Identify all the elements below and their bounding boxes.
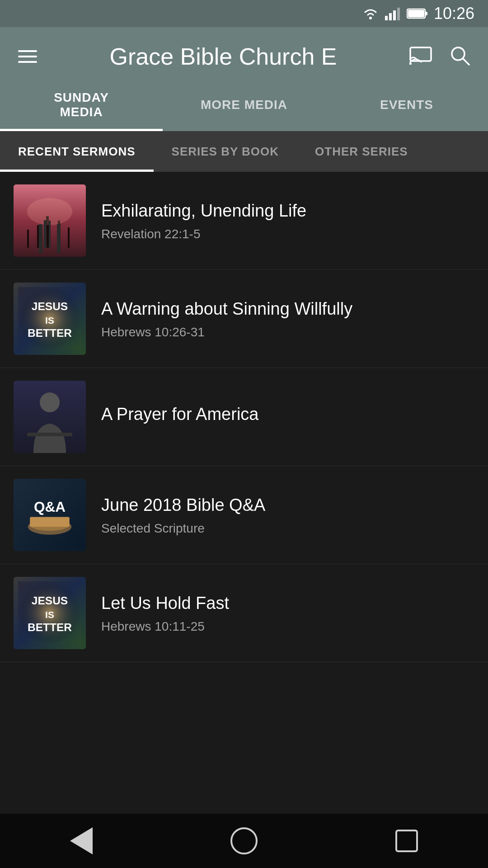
svg-rect-15 (58, 221, 60, 248)
search-icon (450, 46, 470, 66)
sermon-thumb-1 (14, 184, 86, 257)
tab-sunday-media[interactable]: SUNDAYMEDIA (0, 86, 163, 131)
svg-rect-30 (30, 517, 70, 527)
sermon-item-5[interactable]: JESUS IS BETTER Let Us Hold Fast Hebrews… (0, 564, 488, 662)
sermon-item-1[interactable]: Exhilarating, Unending Life Revelation 2… (0, 172, 488, 270)
svg-text:IS: IS (45, 609, 54, 620)
sermon-title-1: Exhilarating, Unending Life (101, 200, 474, 222)
svg-point-25 (40, 392, 60, 412)
svg-rect-4 (397, 8, 400, 20)
bottom-nav (0, 814, 488, 868)
subtab-other-series[interactable]: OTHER SERIES (297, 131, 426, 172)
status-icons: 10:26 (361, 4, 474, 23)
nav-back-button[interactable] (63, 823, 99, 859)
cast-button[interactable] (405, 42, 436, 71)
sermon-title-2: A Warning about Sinning Willfully (101, 298, 474, 320)
sermon-subtitle-2: Hebrews 10:26-31 (101, 325, 474, 340)
svg-point-0 (369, 17, 372, 19)
subtab-series-by-book[interactable]: SERIES BY BOOK (154, 131, 297, 172)
svg-rect-1 (385, 16, 388, 20)
svg-rect-12 (14, 184, 86, 257)
subtab-recent-sermons[interactable]: RECENT SERMONS (0, 131, 154, 172)
svg-text:BETTER: BETTER (28, 327, 72, 339)
svg-rect-2 (389, 13, 392, 20)
sermon-thumb-2: JESUS IS BETTER (14, 283, 86, 355)
sub-tabs: RECENT SERMONS SERIES BY BOOK OTHER SERI… (0, 131, 488, 172)
recent-apps-icon (395, 830, 418, 852)
tab-more-media[interactable]: MORE MEDIA (163, 86, 325, 131)
search-button[interactable] (446, 41, 474, 72)
sermon-thumb-4: Q&A (14, 479, 86, 551)
sermon-subtitle-5: Hebrews 10:11-25 (101, 619, 474, 634)
svg-rect-14 (37, 225, 39, 248)
sermon-subtitle-1: Revelation 22:1-5 (101, 227, 474, 241)
svg-point-18 (27, 198, 72, 225)
sermon-info-3: A Prayer for America (101, 403, 474, 430)
sermon-info-4: June 2018 Bible Q&A Selected Scripture (101, 494, 474, 535)
svg-line-11 (463, 58, 469, 65)
sermon-item-4[interactable]: Q&A June 2018 Bible Q&A Selected Scriptu… (0, 466, 488, 564)
svg-rect-3 (393, 10, 396, 20)
svg-text:BETTER: BETTER (28, 621, 72, 633)
sermon-item-3[interactable]: A Prayer for America (0, 368, 488, 466)
sermon-title-4: June 2018 Bible Q&A (101, 494, 474, 516)
svg-text:IS: IS (45, 315, 54, 326)
sermon-info-2: A Warning about Sinning Willfully Hebrew… (101, 298, 474, 339)
sermon-title-5: Let Us Hold Fast (101, 592, 474, 614)
svg-text:Q&A: Q&A (34, 499, 66, 515)
sermon-item-2[interactable]: JESUS IS BETTER A Warning about Sinning … (0, 270, 488, 368)
tab-events[interactable]: EVENTS (325, 86, 488, 131)
svg-rect-27 (18, 483, 81, 547)
signal-icon (385, 7, 401, 20)
svg-rect-26 (27, 433, 72, 436)
sermon-list: Exhilarating, Unending Life Revelation 2… (0, 172, 488, 662)
app-bar: Grace Bible Church E (0, 27, 488, 86)
svg-point-9 (409, 62, 412, 65)
svg-text:JESUS: JESUS (32, 594, 68, 607)
menu-button[interactable] (14, 46, 42, 67)
home-icon (230, 827, 258, 854)
battery-icon (407, 7, 428, 20)
status-bar: 10:26 (0, 0, 488, 27)
sermon-info-5: Let Us Hold Fast Hebrews 10:11-25 (101, 592, 474, 633)
sermon-thumb-3 (14, 381, 86, 453)
sermon-thumb-5: JESUS IS BETTER (14, 577, 86, 649)
svg-rect-16 (27, 230, 29, 248)
nav-recent-button[interactable] (389, 823, 425, 859)
sermon-subtitle-4: Selected Scripture (101, 521, 474, 536)
sermon-title-3: A Prayer for America (101, 403, 474, 425)
svg-rect-17 (68, 227, 70, 248)
sermon-info-1: Exhilarating, Unending Life Revelation 2… (101, 200, 474, 241)
svg-rect-6 (425, 12, 427, 15)
cast-icon (409, 47, 432, 65)
status-time: 10:26 (434, 4, 474, 23)
back-icon (70, 827, 93, 854)
wifi-icon (361, 7, 380, 20)
app-title: Grace Bible Church E (51, 43, 396, 70)
nav-home-button[interactable] (226, 823, 262, 859)
main-tabs: SUNDAYMEDIA MORE MEDIA EVENTS (0, 86, 488, 131)
svg-rect-7 (408, 10, 424, 17)
svg-text:JESUS: JESUS (32, 300, 68, 312)
